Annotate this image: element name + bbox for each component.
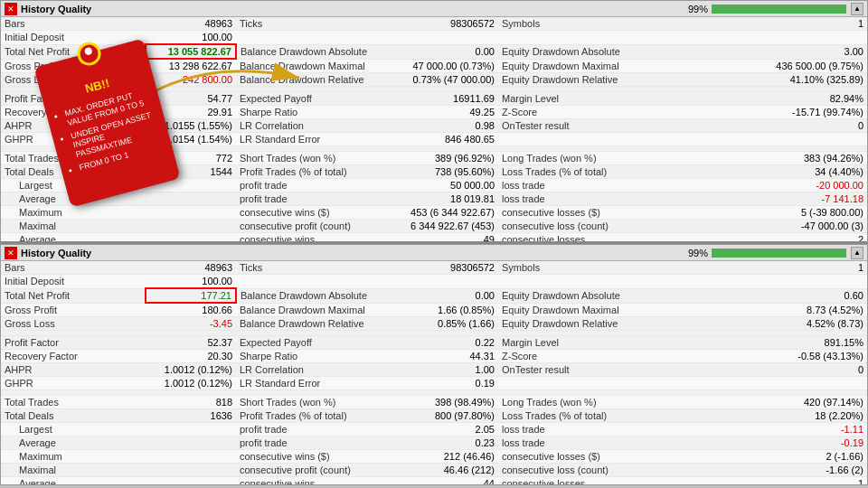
top-panel-title: History Quality — [21, 4, 688, 14]
table-row: Total Trades 818 Short Trades (won %) 39… — [1, 396, 867, 409]
quality-pct-bottom: 99% — [688, 248, 708, 258]
bottom-panel: ✕ History Quality 99% ▲ Bars 48963 Ticks… — [0, 244, 868, 485]
quality-bar-top — [712, 5, 847, 14]
quality-bar-bottom — [712, 249, 847, 258]
bottom-panel-title: History Quality — [21, 248, 688, 258]
close-button-bottom[interactable]: ✕ — [5, 247, 17, 259]
top-panel: ✕ History Quality 99% ▲ Bars 48963 Ticks… — [0, 0, 868, 244]
bottom-panel-header: ✕ History Quality 99% ▲ — [1, 245, 867, 261]
tag-bullets: MAX. ORDER PUT VALUE FROM 0 TO 5 UNDER O… — [53, 87, 166, 179]
table-row: Initial Deposit 100.00 — [1, 275, 867, 289]
close-button-top[interactable]: ✕ — [5, 3, 17, 15]
table-row: Maximal consecutive profit (count) 6 344… — [1, 220, 867, 233]
table-row: Profit Factor 52.37 Expected Payoff 0.22… — [1, 336, 867, 350]
table-row: Largest profit trade 2.05 loss trade -1.… — [1, 423, 867, 436]
table-row: Gross Loss -3.45 Balance Drawdown Relati… — [1, 317, 867, 331]
table-row: Bars 48963 Ticks 98306572 Symbols 1 — [1, 261, 867, 275]
quality-pct-top: 99% — [688, 4, 708, 14]
table-row: Bars 48963 Ticks 98306572 Symbols 1 — [1, 17, 867, 31]
table-row: Average profit trade 0.23 loss trade -0.… — [1, 436, 867, 450]
table-row: Maximal consecutive profit (count) 46.46… — [1, 464, 867, 477]
bottom-stats-table: Bars 48963 Ticks 98306572 Symbols 1 Init… — [1, 261, 867, 484]
top-panel-header: ✕ History Quality 99% ▲ — [1, 1, 867, 17]
scroll-up-top[interactable]: ▲ — [851, 3, 863, 15]
scroll-up-bottom[interactable]: ▲ — [851, 247, 863, 259]
tag-title: NB!! — [83, 76, 111, 97]
table-row: Average consecutive wins 44 consecutive … — [1, 477, 867, 485]
table-row: Maximum consecutive wins ($) 212 (46.46)… — [1, 450, 867, 464]
bottom-panel-content: Bars 48963 Ticks 98306572 Symbols 1 Init… — [1, 261, 867, 484]
table-row: AHPR 1.0012 (0.12%) LR Correlation 1.00 … — [1, 363, 867, 377]
table-row: Recovery Factor 20.30 Sharpe Ratio 44.31… — [1, 350, 867, 363]
table-row: Gross Profit 180.66 Balance Drawdown Max… — [1, 303, 867, 317]
table-row: Average consecutive wins 49 consecutive … — [1, 233, 867, 242]
table-row: GHPR 1.0012 (0.12%) LR Standard Error 0.… — [1, 377, 867, 390]
table-row: Average profit trade 18 019.81 loss trad… — [1, 192, 867, 206]
table-row: Total Net Profit 177.21 Balance Drawdown… — [1, 288, 867, 303]
table-row: Total Deals 1636 Profit Trades (% of tot… — [1, 409, 867, 423]
table-row: Maximum consecutive wins ($) 453 (6 344 … — [1, 206, 867, 220]
